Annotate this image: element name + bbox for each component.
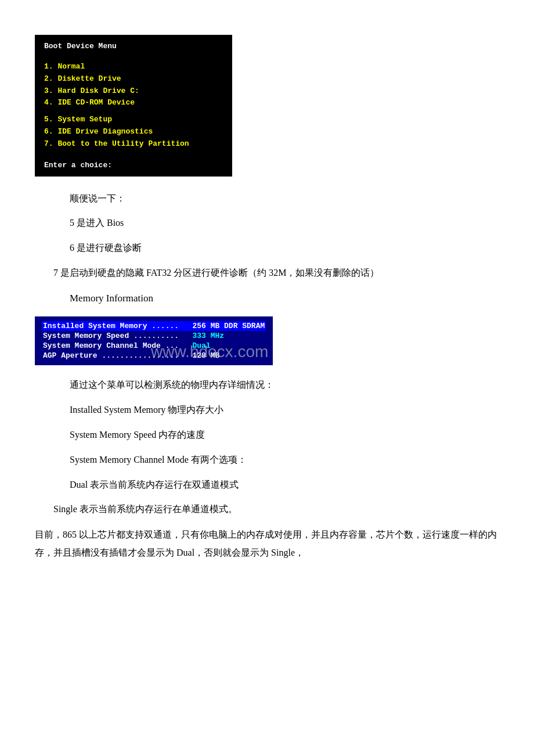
para-memory-desc: 通过这个菜单可以检测系统的物理内存详细情况： [35, 377, 499, 394]
boot-menu-item-2: 2. Diskette Drive [44, 73, 223, 85]
para-intro: 顺便说一下： [35, 190, 499, 207]
para-item7: 7 是启动到硬盘的隐藏 FAT32 分区进行硬件诊断（约 32M，如果没有删除的… [35, 265, 499, 282]
boot-menu-item-3: 3. Hard Disk Drive C: [44, 85, 223, 98]
para-item6: 6 是进行硬盘诊断 [35, 240, 499, 257]
boot-device-menu: Boot Device Menu 1. Normal 2. Diskette D… [35, 35, 232, 177]
boot-menu-prompt: Enter a choice: [44, 161, 223, 170]
para-mem-channel: System Memory Channel Mode 有两个选项： [35, 452, 499, 469]
para-item5: 5 是进入 Bios [35, 215, 499, 232]
boot-menu-title: Boot Device Menu [44, 42, 223, 51]
para-summary: 目前，865 以上芯片都支持双通道，只有你电脑上的内存成对使用，并且内存容量，芯… [35, 526, 499, 561]
memory-row-0: Installed System Memory ...... 256 MB DD… [42, 321, 266, 331]
boot-menu-item-4: 4. IDE CD-ROM Device [44, 97, 223, 109]
memory-info-table: Installed System Memory ...... 256 MB DD… [35, 316, 273, 365]
memory-row-3: AGP Aperture ................. 128 MB [42, 351, 266, 361]
para-single-desc: Single 表示当前系统内存运行在单通道模式。 [35, 501, 499, 518]
page-content: Boot Device Menu 1. Normal 2. Diskette D… [35, 35, 499, 561]
para-mem-installed: Installed System Memory 物理内存大小 [35, 402, 499, 419]
memory-info-heading: Memory Information [35, 290, 499, 308]
memory-row-1: System Memory Speed .......... 333 MHz [42, 331, 266, 341]
boot-menu-item-1: 1. Normal [44, 61, 223, 73]
para-mem-speed: System Memory Speed 内存的速度 [35, 427, 499, 444]
para-dual-desc: Dual 表示当前系统内存运行在双通道模式 [35, 477, 499, 494]
memory-row-2: System Memory Channel Mode ... Dual [42, 341, 266, 351]
boot-menu-item-5: 5. System Setup [44, 114, 223, 126]
boot-menu-item-6: 6. IDE Drive Diagnostics [44, 126, 223, 138]
boot-menu-item-7: 7. Boot to the Utility Partition [44, 138, 223, 150]
